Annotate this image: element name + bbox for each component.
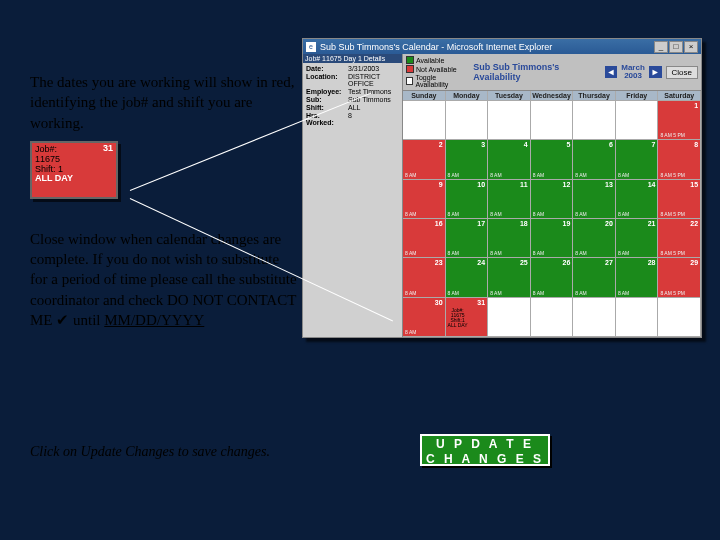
- calendar-cell[interactable]: 38 AM: [446, 140, 489, 179]
- calendar-cell: [658, 298, 701, 337]
- calendar-cell[interactable]: 78 AM: [616, 140, 659, 179]
- calendar-cell: [573, 101, 616, 140]
- available-swatch: [406, 56, 414, 64]
- legend-row: Available Not Available Toggle Availabil…: [403, 54, 701, 90]
- day-header: Saturday: [658, 91, 701, 101]
- calendar-cell[interactable]: 108 AM: [446, 180, 489, 219]
- grid-row: 98 AM108 AM118 AM128 AM138 AM148 AM158 A…: [403, 180, 701, 219]
- calendar-cell[interactable]: 128 AM: [531, 180, 574, 219]
- calendar-cell: [488, 101, 531, 140]
- paragraph-2: Close window when calendar changes are c…: [30, 229, 300, 330]
- calendar-cell[interactable]: 308 AM: [403, 298, 446, 337]
- calendar-cell[interactable]: 98 AM: [403, 180, 446, 219]
- calendar-cell[interactable]: 168 AM: [403, 219, 446, 258]
- close-window-button[interactable]: ×: [684, 41, 698, 53]
- detail-row: Shift:ALL: [306, 104, 399, 111]
- update-label-1: U P D A T E: [422, 437, 548, 452]
- calendar-cell[interactable]: 298 AM 5 PM: [658, 258, 701, 297]
- calendar-cell[interactable]: 88 AM 5 PM: [658, 140, 701, 179]
- day-header: Friday: [616, 91, 659, 101]
- calendar-cell: [616, 298, 659, 337]
- window-title: Sub Sub Timmons's Calendar - Microsoft I…: [320, 42, 552, 52]
- detail-row: Location:DISTRICT OFFICE: [306, 73, 399, 87]
- grid-row: 238 AM248 AM258 AM268 AM278 AM288 AM298 …: [403, 258, 701, 297]
- job-cell-thumbnail: 31 Job#: 11675 Shift: 1 ALL DAY: [30, 141, 118, 199]
- calendar-cell[interactable]: 258 AM: [488, 258, 531, 297]
- calendar-cell: [616, 101, 659, 140]
- thumb-date: 31: [103, 144, 113, 154]
- calendar-cell: [403, 101, 446, 140]
- month-label: March 2003: [621, 64, 645, 80]
- maximize-button[interactable]: □: [669, 41, 683, 53]
- calendar-title: Sub Sub Timmons's Availability: [473, 62, 596, 82]
- titlebar: e Sub Sub Timmons's Calendar - Microsoft…: [303, 39, 701, 54]
- prev-month-button[interactable]: ◄: [605, 66, 618, 78]
- calendar-cell[interactable]: 288 AM: [616, 258, 659, 297]
- calendar-cell: [573, 298, 616, 337]
- calendar-cell[interactable]: 48 AM: [488, 140, 531, 179]
- para2-date: MM/DD/YYYY: [104, 312, 204, 328]
- para2-b: until: [69, 312, 104, 328]
- calendar-cell[interactable]: 278 AM: [573, 258, 616, 297]
- details-title: Job# 11675 Day 1 Details: [303, 54, 402, 63]
- thumb-allday: ALL DAY: [35, 174, 113, 184]
- calendar-cell[interactable]: 218 AM: [616, 219, 659, 258]
- not-available-swatch: [406, 65, 414, 73]
- toggle-label: Toggle Availability: [415, 74, 465, 88]
- calendar-cell: [488, 298, 531, 337]
- day-header: Sunday: [403, 91, 446, 101]
- calendar-cell[interactable]: 18 AM 5 PM: [658, 101, 701, 140]
- day-header: Monday: [446, 91, 489, 101]
- calendar-cell[interactable]: 178 AM: [446, 219, 489, 258]
- day-header: Tuesday: [488, 91, 531, 101]
- grid-row: 18 AM 5 PM: [403, 101, 701, 140]
- calendar-grid: SundayMondayTuesdayWednesdayThursdayFrid…: [403, 90, 701, 337]
- calendar-cell[interactable]: 268 AM: [531, 258, 574, 297]
- calendar-cell[interactable]: 208 AM: [573, 219, 616, 258]
- calendar-cell[interactable]: 31Job#:11675Shift:1ALL DAY: [446, 298, 489, 337]
- calendar-cell[interactable]: 158 AM 5 PM: [658, 180, 701, 219]
- calendar-cell[interactable]: 188 AM: [488, 219, 531, 258]
- calendar-cell: [531, 101, 574, 140]
- calendar-cell[interactable]: 138 AM: [573, 180, 616, 219]
- browser-window: e Sub Sub Timmons's Calendar - Microsoft…: [302, 38, 702, 338]
- calendar-cell[interactable]: 118 AM: [488, 180, 531, 219]
- day-header: Wednesday: [531, 91, 574, 101]
- calendar-cell[interactable]: 238 AM: [403, 258, 446, 297]
- checkmark-icon: ✔: [56, 311, 69, 328]
- grid-header: SundayMondayTuesdayWednesdayThursdayFrid…: [403, 91, 701, 101]
- detail-row: Date:3/31/2003: [306, 65, 399, 72]
- calendar-cell[interactable]: 228 AM 5 PM: [658, 219, 701, 258]
- calendar-cell: [531, 298, 574, 337]
- calendar-pane: Available Not Available Toggle Availabil…: [403, 54, 701, 337]
- day-header: Thursday: [573, 91, 616, 101]
- close-cal-button[interactable]: Close: [666, 66, 698, 79]
- calendar-cell[interactable]: 148 AM: [616, 180, 659, 219]
- next-month-button[interactable]: ►: [649, 66, 662, 78]
- detail-row: Employee:Test Timmons: [306, 88, 399, 95]
- calendar-cell[interactable]: 198 AM: [531, 219, 574, 258]
- ie-icon: e: [306, 42, 316, 52]
- calendar-cell[interactable]: 58 AM: [531, 140, 574, 179]
- toggle-swatch: [406, 77, 413, 85]
- minimize-button[interactable]: _: [654, 41, 668, 53]
- calendar-cell[interactable]: 28 AM: [403, 140, 446, 179]
- calendar-cell[interactable]: 68 AM: [573, 140, 616, 179]
- details-pane: Job# 11675 Day 1 Details Date:3/31/2003L…: [303, 54, 403, 337]
- update-label-2: C H A N G E S: [422, 452, 548, 467]
- calendar-cell: [446, 101, 489, 140]
- not-available-label: Not Available: [416, 66, 457, 73]
- grid-row: 308 AM31Job#:11675Shift:1ALL DAY: [403, 298, 701, 337]
- calendar-cell[interactable]: 248 AM: [446, 258, 489, 297]
- paragraph-1: The dates you are working will show in r…: [30, 72, 300, 133]
- available-label: Available: [416, 57, 444, 64]
- footer-instruction: Click on Update Changes to save changes.: [30, 444, 270, 460]
- instruction-column: The dates you are working will show in r…: [30, 72, 300, 330]
- update-changes-button[interactable]: U P D A T E C H A N G E S: [420, 434, 550, 466]
- grid-row: 168 AM178 AM188 AM198 AM208 AM218 AM228 …: [403, 219, 701, 258]
- grid-row: 28 AM38 AM48 AM58 AM68 AM78 AM88 AM 5 PM: [403, 140, 701, 179]
